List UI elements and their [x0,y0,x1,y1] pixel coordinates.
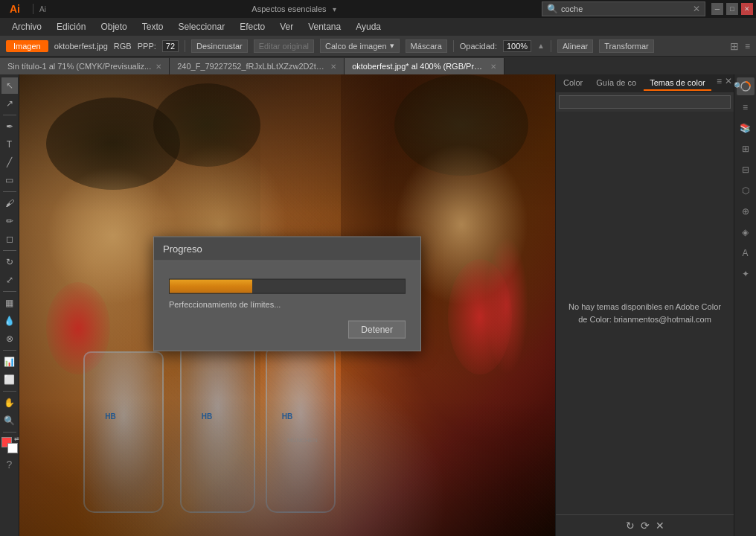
rectangle-tool[interactable]: ▭ [1,172,18,188]
progress-bar-fill [170,280,252,293]
calco-label: Calco de imagen [325,42,387,51]
tab-1-label: 240_F_79227252_fRJxLbLtXZzw2D2tyyuMI4i58… [177,62,326,71]
tool-sep-3 [3,250,16,251]
appearance-panel-icon[interactable]: ◈ [737,223,755,241]
opacity-up[interactable]: ▲ [537,42,545,50]
close-button[interactable]: ✕ [741,3,753,15]
options-menu[interactable]: ≡ [745,41,750,51]
progress-dialog: Progreso Perfeccionamiento de límites...… [153,237,421,351]
munchen-text: MÜNCHEN [287,437,318,444]
scarf-right [448,259,512,374]
gradient-tool[interactable]: ▦ [1,295,18,311]
tab-0-close[interactable]: ✕ [156,63,161,71]
right-panel-tabs: Color Guía de co Temas de color ≡ ✕ [556,74,734,92]
menu-texto[interactable]: Texto [136,20,170,34]
search-clear-icon[interactable]: ✕ [693,4,700,14]
pathfinder-panel-icon[interactable]: ⊕ [737,202,755,220]
editar-original-button[interactable]: Editar original [254,39,314,53]
symbols-panel-icon[interactable]: ✦ [737,265,755,283]
graph-tool[interactable]: 📊 [1,354,18,370]
fill-stroke-indicator[interactable]: ⇄ [1,437,18,453]
tool-sep-1 [3,115,16,115]
beer-mug-1 [83,351,164,513]
menu-ventana[interactable]: Ventana [302,20,347,34]
dropdown-arrow[interactable]: ▾ [333,5,336,13]
progress-actions: Detener [169,321,406,339]
opacity-label: Opacidad: [460,42,497,51]
refresh-icon[interactable]: ↻ [626,520,635,532]
ppp-value: 72 [162,40,179,52]
rpanel-tab-color[interactable]: Color [557,76,589,91]
rotate-tool[interactable]: ↻ [1,254,18,270]
character-panel-icon[interactable]: A [737,244,755,262]
beer-mug-2 [180,337,255,513]
tool-sep-6 [3,391,16,392]
share-icon[interactable]: ⟳ [641,520,650,532]
menu-seleccionar[interactable]: Seleccionar [172,20,231,34]
calco-dropdown[interactable]: Calco de imagen ▾ [320,39,400,53]
desincrustar-button[interactable]: Desincrustar [191,39,248,53]
menu-ayuda[interactable]: Ayuda [350,20,387,34]
tool-sep-2 [3,191,16,192]
line-tool[interactable]: ╱ [1,154,18,170]
eraser-tool[interactable]: ◻ [1,231,18,247]
direct-selection-tool[interactable]: ↗ [1,95,18,112]
scale-tool[interactable]: ⤢ [1,272,18,288]
scarf-left [46,282,110,374]
blend-tool[interactable]: ⊗ [1,331,18,347]
pen-tool[interactable]: ✒ [1,118,18,135]
options-extra[interactable]: ⊞ [730,40,739,52]
tab-imagen[interactable]: Imagen [6,40,48,52]
menu-archivo[interactable]: Archivo [6,20,48,34]
rpanel-tab-temas[interactable]: Temas de color [644,76,711,91]
tab-1-close[interactable]: ✕ [330,63,336,71]
transformar-button[interactable]: Transformar [599,39,654,53]
rpanel-tab-guia[interactable]: Guía de co [590,76,642,91]
search-bar[interactable]: 🔍 ✕ [542,1,705,16]
panel-menu-icon[interactable]: ≡ [717,76,722,91]
progress-title: Progreso [163,243,202,255]
tab-0-label: Sin título-1 al 71% (CMYK/Previsualiz... [7,62,151,71]
tab-0[interactable]: Sin título-1 al 71% (CMYK/Previsualiz...… [0,58,170,74]
pencil-tool[interactable]: ✏ [1,213,18,229]
selection-tool[interactable]: ↖ [1,77,18,94]
library-panel-icon[interactable]: 📚 [737,119,755,137]
right-panel-footer: ↻ ⟳ ✕ [556,514,734,536]
tab-1[interactable]: 240_F_79227252_fRJxLbLtXZzw2D2tyyuMI4i58… [170,58,345,74]
alinear-button[interactable]: Alinear [557,39,593,53]
minimize-button[interactable]: ─ [711,3,723,15]
menu-objeto[interactable]: Objeto [94,20,132,34]
close-footer-icon[interactable]: ✕ [656,520,664,532]
progress-body: Perfeccionamiento de límites... Detener [154,261,420,351]
sep2 [453,40,454,52]
hat-left [46,98,180,190]
right-icons: ≡ 📚 ⊞ ⊟ ⬡ ⊕ ◈ A ✦ [734,74,756,536]
search-input[interactable] [561,4,658,13]
filename-label: oktoberfest.jpg [54,42,108,51]
menu-edicion[interactable]: Edición [51,20,92,34]
rpanel-search-input[interactable] [559,95,731,109]
hand-tool[interactable]: ✋ [1,395,18,411]
swap-icon[interactable]: ⇄ [14,436,19,442]
tab-2[interactable]: oktoberfest.jpg* al 400% (RGB/Previsuali… [345,58,504,74]
panel-close-icon[interactable]: ✕ [725,76,732,91]
layers-panel-icon[interactable]: ≡ [737,98,755,116]
restore-button[interactable]: □ [726,3,738,15]
canvas-area[interactable]: HB HB HB MÜNCHEN Progreso Perfeccionamie… [19,74,555,536]
properties-panel-icon[interactable]: ⊞ [737,140,755,158]
eyedropper-tool[interactable]: 💧 [1,313,18,329]
right-panel-search: 🔍 [556,92,734,112]
tab-2-label: oktoberfest.jpg* al 400% (RGB/Previsuali… [352,62,486,71]
question-tool[interactable]: ? [1,456,18,473]
mascara-button[interactable]: Máscara [406,39,447,53]
align-panel-icon[interactable]: ⊟ [737,161,755,179]
type-tool[interactable]: T [1,136,18,153]
zoom-tool[interactable]: 🔍 [1,412,18,429]
tab-2-close[interactable]: ✕ [490,63,496,71]
transform-panel-icon[interactable]: ⬡ [737,182,755,200]
menu-ver[interactable]: Ver [274,20,299,34]
artboard-tool[interactable]: ⬜ [1,371,18,388]
paintbrush-tool[interactable]: 🖌 [1,195,18,211]
menu-efecto[interactable]: Efecto [234,20,271,34]
stop-button[interactable]: Detener [348,321,406,339]
